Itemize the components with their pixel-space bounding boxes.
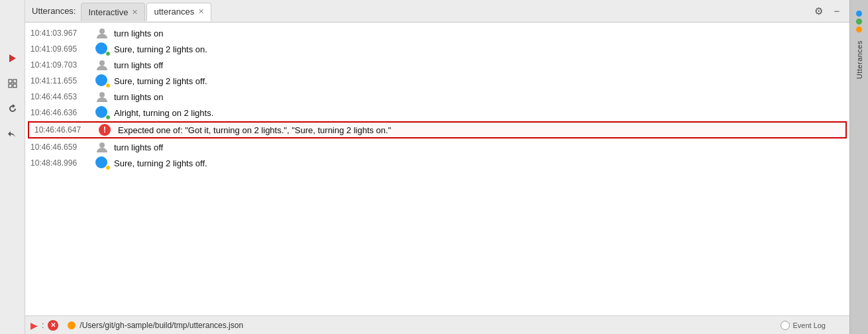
settings-button[interactable]: ⚙ <box>811 4 826 19</box>
error-status-icon: ✕ <box>48 320 58 331</box>
avatar-bot <box>90 42 114 56</box>
error-icon-area: ! <box>94 124 118 136</box>
tab-utterances-close[interactable]: ✕ <box>198 8 204 15</box>
avatar-user <box>90 91 114 103</box>
tab-interactive-close[interactable]: ✕ <box>132 9 138 16</box>
play-status-icon: ▶ <box>30 320 38 331</box>
timestamp: 10:46:44.653 <box>30 92 90 101</box>
event-log-area: Event Log <box>781 321 826 330</box>
log-row: 10:41:09.695 Sure, turning 2 lights on. <box>25 41 849 57</box>
svg-rect-4 <box>13 84 17 87</box>
orange-status-dot <box>68 321 76 329</box>
tab-interactive-label: Interactive <box>88 7 128 17</box>
message: Sure, turning 2 lights on. <box>114 44 843 54</box>
svg-point-7 <box>99 92 105 97</box>
svg-rect-1 <box>9 80 12 83</box>
event-log-circle <box>781 321 790 330</box>
svg-rect-3 <box>9 84 12 87</box>
main-content: Utterances: Interactive ✕ utterances ✕ ⚙… <box>25 0 849 334</box>
message: turn lights off <box>114 60 843 70</box>
message: Sure, turning 2 lights off. <box>114 158 843 168</box>
svg-point-8 <box>99 142 105 148</box>
tab-utterances-label: utterances <box>154 7 194 17</box>
error-message: Expected one of: "Got it, turning on 2 l… <box>118 125 839 135</box>
tab-utterances[interactable]: utterances ✕ <box>146 3 211 21</box>
avatar-user <box>90 27 114 39</box>
avatar-user <box>90 59 114 71</box>
play-icon[interactable] <box>4 50 21 67</box>
tab-bar-actions: ⚙ − <box>811 4 849 19</box>
error-log-row: 10:46:46.647 ! Expected one of: "Got it,… <box>28 121 847 139</box>
avatar-bot <box>90 74 114 87</box>
message: Sure, turning 2 lights off. <box>114 76 843 86</box>
right-sidebar-label: Utterances <box>855 40 863 79</box>
timestamp: 10:41:09.695 <box>30 44 90 54</box>
green-dot <box>856 19 862 25</box>
timestamp: 10:48:48.996 <box>30 158 90 168</box>
log-row: 10:41:11.655 Sure, turning 2 lights off. <box>25 73 849 89</box>
log-row: 10:41:09.703 turn lights off <box>25 57 849 73</box>
svg-rect-2 <box>13 80 17 83</box>
timestamp: 10:41:03.967 <box>30 28 90 38</box>
event-log-label: Event Log <box>792 321 826 329</box>
log-row: 10:46:46.636 Alright, turning on 2 light… <box>25 105 849 121</box>
undo-icon[interactable] <box>4 125 21 142</box>
timestamp: 10:46:46.647 <box>34 125 94 135</box>
tab-interactive[interactable]: Interactive ✕ <box>81 3 145 21</box>
list-icon[interactable] <box>4 75 21 92</box>
right-dot-group <box>856 11 862 32</box>
log-area[interactable]: 10:41:03.967 turn lights on 10:41:09.695 <box>25 23 849 315</box>
status-bar: ▶ : ✕ /Users/git/gh-sample/build/tmp/utt… <box>25 315 849 334</box>
message: turn lights on <box>114 92 843 102</box>
message: turn lights off <box>114 142 843 152</box>
log-row: 10:41:03.967 turn lights on <box>25 25 849 41</box>
timestamp: 10:46:46.659 <box>30 142 90 152</box>
timestamp: 10:46:46.636 <box>30 108 90 117</box>
log-row: 10:46:46.659 turn lights off <box>25 139 849 155</box>
avatar-bot <box>90 106 114 119</box>
svg-marker-0 <box>9 54 16 62</box>
colon: : <box>42 321 44 330</box>
minimize-button[interactable]: − <box>830 4 844 19</box>
avatar-user <box>90 141 114 153</box>
log-row: 10:46:44.653 turn lights on <box>25 89 849 105</box>
message: turn lights on <box>114 28 843 38</box>
blue-dot <box>856 11 862 17</box>
svg-point-6 <box>99 60 105 66</box>
timestamp: 10:41:11.655 <box>30 76 90 85</box>
avatar-bot <box>90 156 114 170</box>
timestamp: 10:41:09.703 <box>30 60 90 70</box>
refresh-icon[interactable] <box>4 100 21 117</box>
tab-bar: Utterances: Interactive ✕ utterances ✕ ⚙… <box>25 0 849 23</box>
orange-dot <box>856 27 862 32</box>
utterances-label: Utterances: <box>32 6 76 16</box>
log-row: 10:48:48.996 Sure, turning 2 lights off. <box>25 155 849 171</box>
right-sidebar: Utterances <box>849 0 868 334</box>
message: Alright, turning on 2 lights. <box>114 108 843 118</box>
left-sidebar <box>0 0 25 334</box>
error-icon: ! <box>99 124 111 136</box>
file-path: /Users/git/gh-sample/build/tmp/utterance… <box>80 321 243 330</box>
svg-point-5 <box>99 28 105 34</box>
